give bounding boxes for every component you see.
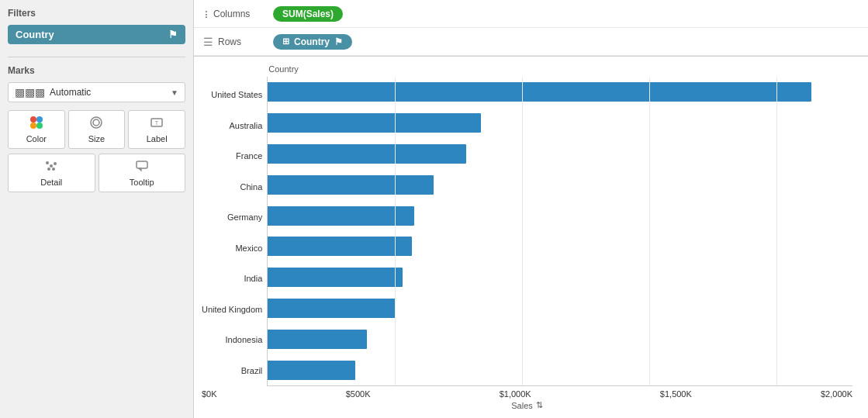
tooltip-button[interactable]: Tooltip	[99, 154, 186, 192]
bar[interactable]	[268, 361, 355, 380]
bar-row	[268, 262, 852, 293]
detail-button[interactable]: Detail	[8, 154, 95, 192]
divider	[8, 57, 185, 57]
rows-label: Rows	[218, 36, 241, 47]
bar[interactable]	[268, 206, 414, 226]
chart-inner: United StatesAustraliaFranceChinaGermany…	[202, 64, 852, 386]
filter-chip-country[interactable]: Country ⚑	[8, 25, 185, 44]
bar-row	[268, 323, 852, 354]
label-button[interactable]: T Label	[128, 110, 185, 149]
svg-point-11	[47, 168, 50, 171]
y-label: Mexico	[202, 233, 262, 264]
bar[interactable]	[268, 268, 403, 287]
x-title-label: Sales	[511, 401, 533, 410]
x-tick: $1,000K	[500, 389, 531, 399]
table-icon: ⊞	[282, 36, 289, 47]
x-tick: $1,500K	[660, 389, 692, 399]
bar[interactable]	[268, 82, 811, 102]
chart-container: United StatesAustraliaFranceChinaGermany…	[202, 64, 852, 410]
country-axis-label: Country	[267, 64, 852, 77]
filters-title: Filters	[8, 8, 185, 19]
marks-title: Marks	[8, 65, 185, 76]
bar-row	[268, 77, 852, 108]
gridline	[522, 77, 523, 385]
y-label: China	[202, 172, 262, 203]
bars-area: Country	[267, 64, 852, 386]
x-tick: $500K	[346, 389, 371, 399]
marks-section: Marks ▩▩▩ Automatic ▼ Color	[8, 65, 185, 192]
x-axis-title: Sales ⇅	[202, 399, 852, 410]
svg-point-9	[50, 164, 53, 168]
filter-icon: ⚑	[168, 29, 178, 40]
bar-row	[268, 169, 852, 200]
svg-text:T: T	[155, 120, 159, 126]
svg-point-3	[36, 123, 43, 129]
marks-type-dropdown[interactable]: ▩▩▩ Automatic ▼	[8, 82, 185, 102]
size-icon	[89, 116, 103, 132]
bar[interactable]	[268, 113, 480, 133]
gridline	[776, 77, 777, 385]
y-label: United Kingdom	[202, 295, 262, 326]
rows-label-container: ☰ Rows	[203, 36, 273, 48]
svg-point-5	[93, 119, 99, 126]
x-tick: $2,000K	[821, 389, 852, 399]
label-icon: T	[150, 116, 164, 132]
size-button[interactable]: Size	[68, 110, 126, 149]
svg-point-8	[46, 161, 49, 164]
color-icon	[29, 116, 43, 132]
sort-icon: ⇅	[536, 400, 543, 410]
color-button[interactable]: Color	[8, 110, 65, 149]
svg-point-12	[52, 168, 55, 171]
bar[interactable]	[268, 144, 466, 164]
svg-marker-14	[139, 168, 141, 171]
y-label: United States	[202, 80, 262, 111]
chart-area: United StatesAustraliaFranceChinaGermany…	[194, 57, 868, 418]
marks-type-label: Automatic	[50, 87, 171, 98]
detail-icon	[44, 159, 58, 175]
bar[interactable]	[268, 175, 433, 195]
bar-row	[268, 231, 852, 262]
svg-point-0	[30, 116, 36, 123]
svg-point-10	[54, 162, 57, 165]
sum-sales-pill[interactable]: SUM(Sales)	[273, 6, 343, 22]
marks-buttons-row2: Detail Tooltip	[8, 154, 185, 192]
size-label: Size	[88, 134, 105, 143]
marks-buttons-row1: Color Size T Label	[8, 110, 185, 149]
tooltip-icon	[135, 159, 149, 175]
svg-point-2	[30, 123, 36, 129]
y-label: India	[202, 264, 262, 295]
shelf-area: ⫶ Columns SUM(Sales) ☰ Rows ⊞ Country ⚑	[194, 0, 868, 57]
tooltip-label: Tooltip	[130, 178, 154, 187]
country-pill-label: Country	[294, 36, 330, 47]
y-label: Australia	[202, 111, 262, 142]
bar[interactable]	[268, 299, 396, 318]
bar[interactable]	[268, 330, 367, 349]
rows-icon: ☰	[203, 36, 213, 48]
bar-chart-icon: ▩▩▩	[15, 86, 45, 98]
bar-row	[268, 293, 852, 324]
y-axis: United StatesAustraliaFranceChinaGermany…	[202, 64, 267, 386]
bar[interactable]	[268, 237, 412, 256]
columns-label: Columns	[213, 9, 250, 19]
bar-row	[268, 108, 852, 139]
y-label: Brazil	[202, 356, 262, 387]
y-label: Germany	[202, 202, 262, 233]
gridline	[395, 77, 396, 385]
svg-point-4	[91, 117, 102, 128]
columns-shelf: ⫶ Columns SUM(Sales)	[194, 0, 868, 28]
bar-row	[268, 354, 852, 385]
label-label: Label	[147, 134, 168, 143]
chevron-down-icon: ▼	[171, 88, 178, 97]
detail-label: Detail	[40, 178, 62, 187]
right-panel: ⫶ Columns SUM(Sales) ☰ Rows ⊞ Country ⚑ …	[194, 0, 868, 418]
bars-wrapper	[267, 77, 852, 386]
svg-point-1	[36, 116, 43, 123]
rows-shelf: ☰ Rows ⊞ Country ⚑	[194, 28, 868, 56]
left-panel: Filters Country ⚑ Marks ▩▩▩ Automatic ▼	[0, 0, 194, 418]
y-label: France	[202, 141, 262, 172]
y-label: Indonesia	[202, 325, 262, 356]
columns-icon: ⫶	[203, 8, 209, 20]
country-pill[interactable]: ⊞ Country ⚑	[273, 34, 352, 50]
x-axis-outer: $0K$500K$1,000K$1,500K$2,000K Sales ⇅	[202, 386, 852, 410]
x-tick: $0K	[202, 389, 217, 399]
